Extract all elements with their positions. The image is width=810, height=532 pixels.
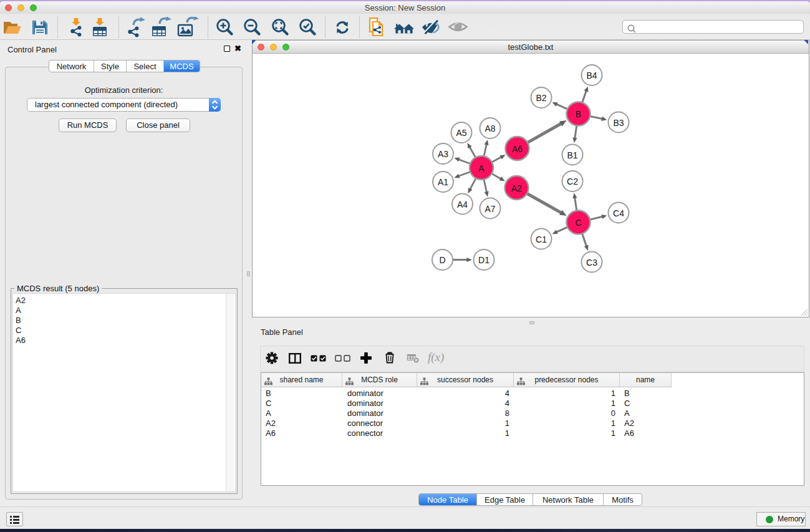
svg-text:C2: C2 <box>567 177 578 186</box>
svg-text:A6: A6 <box>512 144 523 154</box>
svg-text:A5: A5 <box>456 128 466 138</box>
svg-text:C3: C3 <box>586 258 597 268</box>
svg-text:B1: B1 <box>567 150 577 160</box>
svg-text:B3: B3 <box>613 118 624 128</box>
svg-text:B: B <box>576 109 581 119</box>
svg-text:B4: B4 <box>586 70 597 80</box>
svg-text:B2: B2 <box>536 93 546 103</box>
svg-text:D1: D1 <box>478 255 489 265</box>
svg-text:C4: C4 <box>613 208 624 218</box>
svg-text:A: A <box>478 163 485 173</box>
svg-text:A8: A8 <box>485 123 495 133</box>
svg-text:D: D <box>439 255 445 265</box>
svg-text:A7: A7 <box>485 204 495 214</box>
svg-text:A4: A4 <box>457 200 468 210</box>
svg-text:A3: A3 <box>438 149 448 159</box>
svg-text:A1: A1 <box>438 177 448 187</box>
svg-text:C1: C1 <box>536 235 547 244</box>
svg-text:A2: A2 <box>511 183 522 193</box>
svg-text:C: C <box>575 218 581 228</box>
